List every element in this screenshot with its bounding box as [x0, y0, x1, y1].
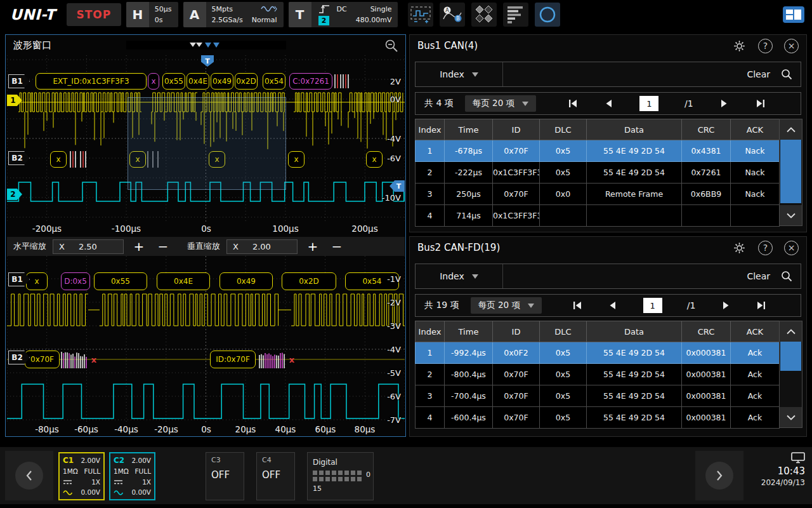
table-cell: [587, 205, 682, 227]
hzoom-decrease-button[interactable]: −: [154, 238, 172, 255]
table-row[interactable]: 2-800.4µs0x70F0x555 4E 49 2D 540x000381A…: [416, 364, 780, 385]
table-row[interactable]: 4-600.4µs0x70F0x555 4E 49 2D 540x000381A…: [416, 407, 780, 429]
page-size-value: 每页 20 项: [473, 98, 514, 109]
math-ab-button[interactable]: AB: [440, 3, 465, 27]
search-icon[interactable]: [780, 270, 793, 283]
channel4-label: C4: [262, 456, 289, 464]
clear-button[interactable]: Clear: [739, 69, 778, 79]
zoom-selection-box[interactable]: [128, 97, 286, 190]
scrollbar-thumb[interactable]: [780, 140, 801, 203]
close-icon[interactable]: ×: [784, 241, 799, 255]
table-row[interactable]: 1-678µs0x70F0x555 4E 49 2D 540x4381Nack: [416, 140, 780, 162]
bus2-row-label[interactable]: B2: [8, 151, 30, 165]
table-row[interactable]: 2-222µs0x1C3FF3F30x555 4E 49 2D 540x7261…: [416, 162, 780, 184]
close-icon[interactable]: ×: [784, 39, 799, 53]
scrollbar-thumb[interactable]: [780, 342, 801, 371]
prev-page-button[interactable]: [607, 300, 618, 311]
hzoom-value-box[interactable]: X 2.50: [53, 239, 124, 254]
clear-button[interactable]: Clear: [739, 271, 778, 281]
digital-channel-dot: [332, 477, 336, 481]
search-input[interactable]: [503, 264, 739, 288]
page-size-select[interactable]: 每页 20 项: [471, 297, 542, 314]
settings-gear-icon[interactable]: [732, 241, 747, 255]
next-page-button[interactable]: [719, 98, 730, 109]
channel3-status[interactable]: C3 OFF: [206, 452, 244, 500]
column-header: Time: [445, 321, 493, 342]
display-mode-button[interactable]: [408, 3, 433, 27]
horizontal-settings-block[interactable]: H 50µs 0s: [126, 2, 178, 27]
last-page-button[interactable]: [756, 98, 766, 109]
channel4-status[interactable]: C4 OFF: [256, 452, 295, 500]
table-row[interactable]: 3-700.4µs0x70F0x555 4E 49 2D 540x000381A…: [416, 385, 780, 407]
zoom-out-icon[interactable]: [384, 38, 399, 53]
table-row[interactable]: 4714µs0x1C3FF3F3: [416, 205, 780, 227]
mask-test-button[interactable]: [471, 3, 497, 27]
vzoom-value-box[interactable]: X 2.00: [226, 239, 298, 254]
settings-gear-icon[interactable]: [732, 39, 747, 53]
pan-marker[interactable]: [190, 43, 196, 47]
total-count: 共 4 项: [424, 98, 454, 109]
first-page-button[interactable]: [567, 98, 578, 109]
channels-next-button[interactable]: [705, 462, 733, 490]
pan-marker[interactable]: [205, 43, 211, 48]
vzoom-increase-button[interactable]: +: [304, 238, 322, 255]
acquire-settings-block[interactable]: A 5Mpts 2.5GSa/s Normal: [183, 2, 284, 27]
statistics-button[interactable]: [503, 3, 528, 27]
decode-frame-field: 0x55: [94, 272, 147, 290]
pan-marker[interactable]: [213, 43, 219, 48]
search-field-select[interactable]: Index: [416, 62, 503, 86]
next-page-button[interactable]: [721, 300, 731, 311]
measure-circle-button[interactable]: [535, 3, 560, 27]
table-scrollbar[interactable]: [779, 119, 802, 226]
current-page-input[interactable]: 1: [639, 96, 658, 111]
table-row[interactable]: 3250µs0x70F0x0Remote Frame0x6BB9Nack: [416, 184, 780, 205]
digital-channel-dot: [357, 471, 362, 475]
search-input[interactable]: [503, 62, 739, 86]
main-waveform-plot[interactable]: B1 B2 1 2 T T 2V0V-4V-6V-10V EXT_ID:0x1C…: [7, 55, 405, 222]
bus1-pagination: 共 4 项 每页 20 项 1 /1: [415, 92, 801, 115]
table-cell: [731, 205, 780, 227]
time-axis-label: 100µs: [272, 224, 298, 234]
bus1-row-label[interactable]: B1: [8, 74, 30, 88]
channels-prev-button[interactable]: [15, 462, 43, 490]
table-scrollbar[interactable]: [779, 321, 802, 428]
channel1-status[interactable]: C12.00V 1MΩFULL 1X 0.00V: [58, 452, 105, 500]
scroll-down-button[interactable]: [780, 205, 802, 225]
pan-marker[interactable]: [196, 43, 202, 47]
channel1-marker[interactable]: 1: [7, 95, 22, 106]
channel2-marker[interactable]: 2: [7, 189, 22, 200]
last-page-button[interactable]: [756, 300, 767, 311]
digital-channel-dot: [351, 477, 355, 481]
trigger-settings-block[interactable]: T 2 DC Single 480.00mV: [289, 2, 398, 27]
scroll-up-button[interactable]: [780, 321, 802, 342]
search-field-select[interactable]: Index: [416, 264, 503, 288]
channel2-status[interactable]: C22.00V 1MΩFULL 1X 0.00V: [109, 452, 155, 500]
decode-frame-field: 0x54: [263, 73, 285, 90]
vzoom-decrease-button[interactable]: −: [328, 238, 346, 255]
screen-layout-button[interactable]: [779, 3, 808, 27]
trigger-level-marker[interactable]: T: [390, 180, 405, 192]
search-icon[interactable]: [780, 68, 793, 81]
run-stop-button[interactable]: STOP: [67, 3, 121, 26]
current-page-input[interactable]: 1: [643, 298, 662, 313]
table-cell: 0x5: [540, 407, 587, 429]
hzoom-increase-button[interactable]: +: [130, 238, 148, 255]
scroll-down-button[interactable]: [780, 407, 802, 427]
trigger-position-marker[interactable]: T: [201, 55, 214, 67]
page-size-select[interactable]: 每页 20 项: [465, 95, 536, 112]
horizontal-pan-bar[interactable]: [126, 41, 286, 50]
table-cell: 0x5: [540, 385, 587, 407]
zoom-waveform-plot[interactable]: B1 B2 -1V-2V-3V-4V-5V-6V-7V xD:0x50x550x…: [7, 256, 405, 422]
digital-status[interactable]: Digital 0 15: [307, 452, 374, 500]
first-page-button[interactable]: [572, 300, 582, 311]
digital-channel-grid: [313, 471, 362, 481]
digital-label: Digital: [313, 458, 337, 467]
prev-page-button[interactable]: [603, 98, 614, 109]
voltage-axis-label: -10V: [382, 193, 401, 203]
table-row[interactable]: 1-992.4µs0x0F20x555 4E 49 2D 540x000381A…: [416, 342, 780, 364]
help-icon[interactable]: ?: [758, 39, 773, 53]
svg-text:B: B: [457, 16, 461, 22]
column-header: Index: [416, 119, 445, 140]
scroll-up-button[interactable]: [780, 119, 802, 140]
help-icon[interactable]: ?: [758, 241, 773, 255]
